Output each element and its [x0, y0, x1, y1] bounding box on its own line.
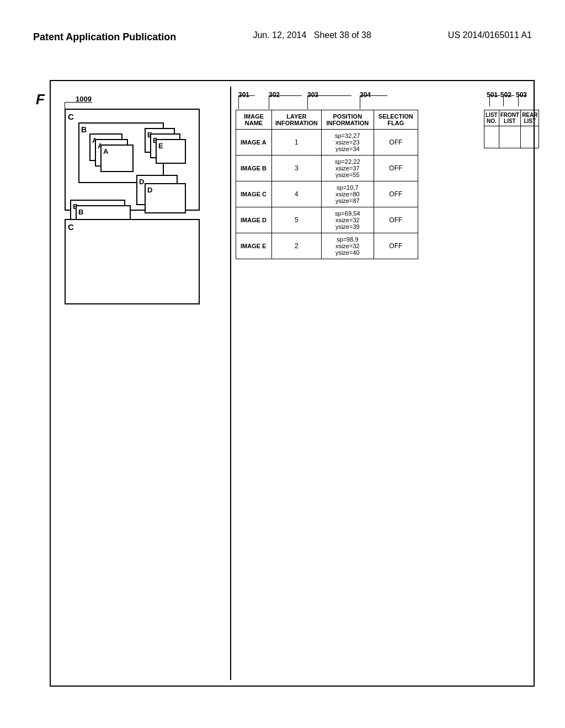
ref-301: 301 — [238, 91, 249, 99]
diagram-area: 1009 C B A A A B B E E E D D C — [59, 92, 227, 675]
table-row: IMAGE E2sp=98,9 xsize=32 ysize=40OFF — [236, 233, 418, 259]
ref-303: 303 — [307, 91, 318, 99]
ref-501: 501 — [487, 91, 498, 99]
ref-304: 304 — [360, 91, 371, 99]
layer-c-front: C — [65, 219, 200, 304]
table-area: 301 302 303 304 IMAGENAME LAYERINFORMATI… — [236, 87, 531, 680]
publication-date-sheet: Jun. 12, 2014 Sheet 38 of 38 — [253, 30, 371, 40]
publication-number: US 2014/0165011 A1 — [448, 30, 532, 40]
ref-502: 502 — [500, 91, 511, 99]
sub-table-area: 501 502 503 LISTNO. FRONTLIST REARLIST — [484, 110, 531, 148]
ref-503: 503 — [516, 91, 527, 99]
main-data-table: IMAGENAME LAYERINFORMATION POSITIONINFOR… — [236, 110, 418, 259]
ref-302: 302 — [269, 91, 280, 99]
layer-a3: A — [100, 144, 134, 172]
table-row: IMAGE D5sp=69,54 xsize=32 ysize=39OFF — [236, 207, 418, 233]
main-content-box: 1009 C B A A A B B E E E D D C 301 — [50, 80, 535, 687]
layer-e3: E — [156, 139, 186, 164]
separator-line — [230, 87, 231, 680]
table-row: IMAGE C4sp=10,7 xsize=80 ysize=87OFF — [236, 181, 418, 207]
table-row: IMAGE B3sp=22,22 xsize=37 ysize=55OFF — [236, 156, 418, 181]
table-row: IMAGE A1sp=32,27 xsize=23 ysize=34OFF — [236, 130, 418, 156]
publication-title: Patent Application Publication — [33, 30, 176, 44]
sub-table: LISTNO. FRONTLIST REARLIST — [484, 110, 539, 148]
layer-d2: D — [145, 183, 186, 213]
